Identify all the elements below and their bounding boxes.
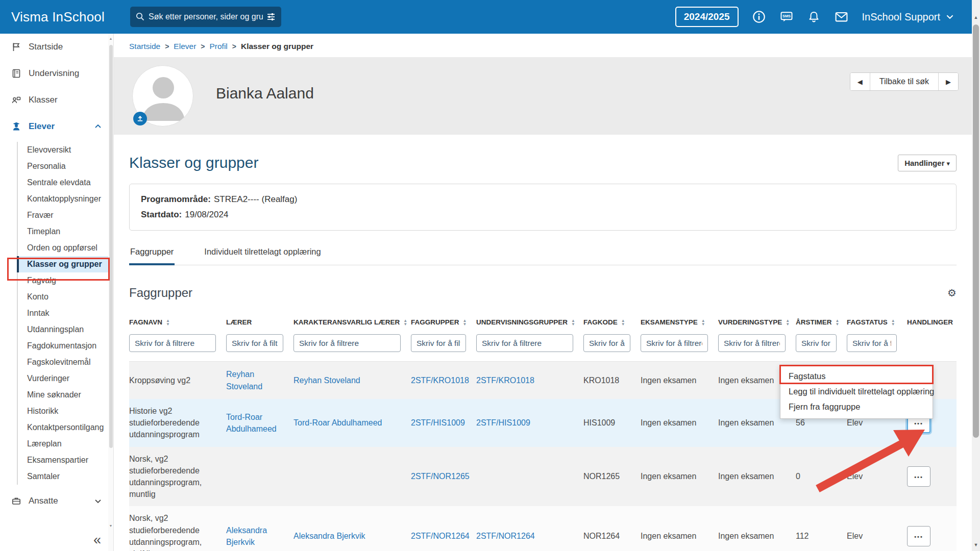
row-actions-ellipsis-button[interactable]	[907, 466, 930, 487]
sidebar-item-inntak[interactable]: Inntak	[18, 305, 113, 321]
filter-fagkode-input[interactable]	[583, 334, 630, 352]
cell-laerer-link[interactable]: Reyhan Stoveland	[226, 370, 262, 390]
scroll-up-icon[interactable]	[108, 37, 113, 40]
sort-icon[interactable]	[403, 319, 407, 326]
sidebar-item-konto[interactable]: Konto	[18, 289, 113, 305]
cell-karakteransvarlig-link[interactable]: Tord-Roar Abdulhameed	[293, 418, 382, 427]
cell-faggruppe-link[interactable]: 2STF/HIS1009	[411, 418, 465, 427]
sidebar-item-kontaktpersontilgang[interactable]: Kontaktpersontilgang	[18, 419, 113, 436]
filter-eksamenstype-input[interactable]	[641, 334, 708, 352]
sms-button[interactable]: SMS	[779, 10, 794, 24]
filter-fagstatus-input[interactable]	[847, 334, 897, 352]
cell-undervisningsgruppe-link[interactable]: 2STF/NOR1264	[476, 532, 535, 540]
messages-button[interactable]	[834, 10, 849, 24]
cell-karakteransvarlig-link[interactable]: Reyhan Stoveland	[293, 376, 360, 385]
column-header-fagstatus: FAGSTATUS	[847, 315, 907, 329]
previous-student-button[interactable]	[850, 73, 870, 90]
sort-icon[interactable]	[836, 319, 840, 326]
sidebar-item-vurderinger[interactable]: Vurderinger	[18, 370, 113, 387]
sidebar-item-klasser-og-grupper[interactable]: Klasser og grupper	[18, 256, 113, 272]
sidebar-item-klasser[interactable]: Klasser	[0, 87, 113, 113]
menu-item-fjern-fra-faggruppe[interactable]: Fjern fra faggruppe	[780, 399, 933, 414]
scrollbar-thumb[interactable]	[109, 45, 113, 448]
sidebar-scrollbar[interactable]	[108, 34, 113, 551]
sidebar-item-elevoversikt[interactable]: Elevoversikt	[18, 142, 113, 158]
breadcrumb-link-profil[interactable]: Profil	[209, 42, 227, 51]
actions-dropdown-button[interactable]: Handlinger	[898, 155, 957, 171]
filter-undervisningsgrupper-input[interactable]	[476, 334, 573, 352]
sidebar-item-fravaer[interactable]: Fravær	[18, 207, 113, 223]
app-logo[interactable]: Visma InSchool	[0, 9, 112, 25]
filter-faggrupper-input[interactable]	[411, 334, 466, 352]
global-search[interactable]	[130, 7, 281, 27]
filter-arstimer-input[interactable]	[796, 334, 837, 352]
filter-laerer-input[interactable]	[226, 334, 283, 352]
sidebar-item-historikk[interactable]: Historikk	[18, 403, 113, 419]
menu-item-fagstatus[interactable]: Fagstatus	[780, 368, 933, 384]
page-scrollbar[interactable]	[972, 0, 980, 551]
breadcrumb-link-elever[interactable]: Elever	[174, 42, 196, 51]
cell-fagkode: NOR1265	[583, 470, 641, 482]
sidebar-item-mine-soknader[interactable]: Mine søknader	[18, 387, 113, 403]
scroll-up-icon[interactable]	[972, 13, 980, 21]
sub-item-label: Inntak	[27, 309, 50, 318]
scroll-down-icon[interactable]	[108, 524, 113, 528]
student-icon	[11, 121, 21, 132]
sidebar-item-startside[interactable]: Startside	[0, 34, 113, 60]
cell-eksamenstype: Ingen eksamen	[641, 530, 718, 542]
collapse-sidebar-icon[interactable]	[93, 533, 101, 547]
sort-icon[interactable]	[891, 319, 895, 326]
sort-icon[interactable]	[701, 319, 705, 326]
sidebar-item-orden-og-oppforsel[interactable]: Orden og oppførsel	[18, 240, 113, 256]
search-input[interactable]	[145, 12, 266, 21]
sidebar-item-laereplan[interactable]: Læreplan	[18, 436, 113, 452]
sidebar-item-eksamenspartier[interactable]: Eksamenspartier	[18, 452, 113, 468]
info-button[interactable]	[752, 10, 766, 24]
sort-icon[interactable]	[166, 319, 170, 326]
tab-individuelt-tilrettelagt-opplaering[interactable]: Individuelt tilrettelagt opplæring	[203, 247, 322, 265]
sidebar-item-sentrale-elevdata[interactable]: Sentrale elevdata	[18, 174, 113, 191]
school-year-button[interactable]: 2024/2025	[675, 7, 739, 27]
back-to-search-button[interactable]: Tilbake til søk	[870, 73, 939, 90]
cell-undervisningsgruppe-link[interactable]: 2STF/KRO1018	[476, 376, 534, 385]
sidebar-item-ansatte[interactable]: Ansatte	[0, 488, 113, 514]
sidebar-item-undervisning[interactable]: Undervisning	[0, 60, 113, 87]
cell-laerer-link[interactable]: Aleksandra Bjerkvik	[226, 526, 267, 546]
sidebar-item-timeplan[interactable]: Timeplan	[18, 223, 113, 240]
gear-icon[interactable]	[947, 288, 957, 298]
user-menu[interactable]: InSchool Support	[862, 11, 954, 23]
tab-faggrupper[interactable]: Faggrupper	[129, 247, 175, 265]
sidebar-item-kontaktopplysninger[interactable]: Kontaktopplysninger	[18, 191, 113, 207]
search-filter-sliders-icon[interactable]	[266, 12, 276, 22]
menu-item-legg-til-ito[interactable]: Legg til individuelt tilrettelagt opplær…	[780, 384, 933, 399]
sidebar-item-elever[interactable]: Elever	[0, 113, 113, 140]
upload-photo-button[interactable]	[133, 112, 147, 126]
cell-faggruppe-link[interactable]: 2STF/KRO1018	[411, 376, 469, 385]
cell-undervisningsgruppe-link[interactable]: 2STF/HIS1009	[476, 418, 530, 427]
scroll-down-icon[interactable]	[972, 541, 980, 549]
sidebar-item-personalia[interactable]: Personalia	[18, 158, 113, 174]
cell-faggruppe-link[interactable]: 2STF/NOR1265	[411, 472, 470, 481]
notifications-button[interactable]	[807, 10, 821, 24]
sort-icon[interactable]	[621, 319, 625, 326]
sidebar-item-fagdokumentasjon[interactable]: Fagdokumentasjon	[18, 338, 113, 354]
sidebar-item-utdanningsplan[interactable]: Utdanningsplan	[18, 321, 113, 338]
sidebar-item-fagvalg[interactable]: Fagvalg	[18, 272, 113, 289]
scrollbar-thumb[interactable]	[973, 24, 979, 438]
section-title: Faggrupper	[129, 286, 192, 300]
filter-karakteransvarlig-input[interactable]	[293, 334, 401, 352]
next-student-button[interactable]	[939, 73, 958, 90]
row-actions-ellipsis-button[interactable]	[907, 526, 930, 546]
cell-laerer-link[interactable]: Tord-Roar Abdulhameed	[226, 413, 277, 433]
cell-karakteransvarlig-link[interactable]: Aleksandra Bjerkvik	[293, 532, 365, 540]
sidebar-item-fagskolevitnemal[interactable]: Fagskolevitnemål	[18, 354, 113, 370]
sidebar-item-samtaler[interactable]: Samtaler	[18, 468, 113, 485]
breadcrumb-link-startside[interactable]: Startside	[129, 42, 160, 51]
filter-fagnavn-input[interactable]	[129, 334, 216, 352]
book-icon	[11, 68, 21, 79]
sort-icon[interactable]	[463, 319, 467, 326]
sort-icon[interactable]	[786, 319, 790, 326]
filter-vurderingstype-input[interactable]	[718, 334, 786, 352]
sort-icon[interactable]	[571, 319, 575, 326]
cell-faggruppe-link[interactable]: 2STF/NOR1264	[411, 532, 470, 540]
